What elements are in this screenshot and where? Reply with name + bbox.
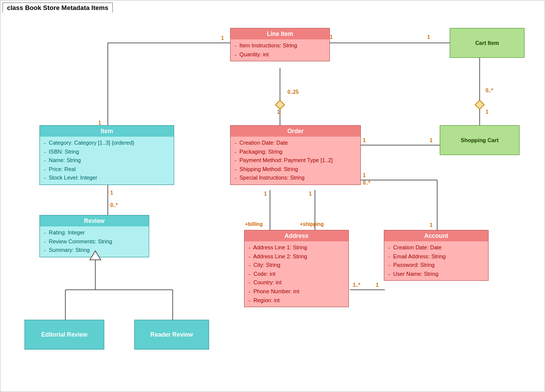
class-item-body: - Category: Category [1..3] {ordered} - … (40, 137, 174, 185)
label-billing: +billing (245, 221, 263, 227)
attr-creation-date: - Creation Date: Date (235, 139, 356, 148)
mult-order-shopping-1: 1 (363, 138, 366, 143)
attr-shipping-method: - Shipping Method: String (235, 165, 356, 174)
inherit-arrow-review (89, 250, 102, 261)
class-line-item-body: - Item Instructions: String - Quantity: … (231, 39, 329, 61)
attr-address-line1: - Address Line 1: String (249, 243, 344, 252)
mult-order-shopping-2: 1 (430, 138, 433, 143)
attr-country: - Country: int (249, 278, 344, 287)
svg-marker-17 (475, 100, 484, 109)
attr-password: - Password: String (388, 261, 484, 270)
attr-region: - Region: int (249, 296, 344, 305)
class-shopping-cart-label: Shopping Cart (461, 137, 499, 143)
class-account-header: Account (384, 230, 488, 241)
attr-rating: - Rating: Integer (44, 228, 145, 237)
mult-order-address-2: 1 (309, 191, 312, 196)
class-editorial-review-header: Editorial Review (25, 320, 104, 349)
mult-cart-shopping-lower: 1 (486, 109, 489, 115)
class-address: Address - Address Line 1: String - Addre… (244, 230, 349, 307)
mult-item-review-upper: 1 (110, 190, 113, 196)
class-item-header: Item (40, 126, 174, 137)
attr-item-instructions: - Item Instructions: String (235, 41, 325, 50)
mult-item-lineitem-lower: 1 (98, 120, 101, 126)
mult-addr-account-1: 1..* (353, 282, 360, 288)
mult-order-account-1: 1 (363, 173, 366, 178)
attr-account-creation-date: - Creation Date: Date (388, 243, 484, 252)
mult-lineitem-order-lower: 0..25 (287, 89, 298, 95)
attr-payment-method: - Payment Method: Payment Type [1..2] (235, 156, 356, 165)
attr-city: - City: String (249, 261, 344, 270)
mult-addr-account-2: 1 (376, 282, 379, 288)
class-line-item: Line Item - Item Instructions: String - … (230, 28, 330, 61)
diagram-container: class Book Store Metadata Items (0, 0, 545, 392)
attr-category: - Category: Category [1..3] {ordered} (44, 139, 170, 148)
mult-order-account-2: 1 (430, 222, 433, 228)
attr-special-instructions: - Special Instructions: String (235, 174, 356, 183)
class-address-body: - Address Line 1: String - Address Line … (245, 241, 348, 307)
label-shipping: +shipping (300, 221, 324, 227)
mult-lineitem-cartitem-1: 1 (330, 34, 333, 40)
attr-address-line2: - Address Line 2: String (249, 252, 344, 261)
class-reader-review-header: Reader Review (135, 320, 209, 349)
attr-price: - Price: Real (44, 165, 170, 174)
class-editorial-review: Editorial Review (24, 320, 104, 350)
mult-cart-shopping-upper: 0..* (486, 88, 493, 93)
attr-code: - Code: int (249, 270, 344, 279)
class-reader-review: Reader Review (134, 320, 209, 350)
svg-marker-18 (90, 251, 101, 260)
class-cart-item-label: Cart Item (475, 40, 499, 46)
attr-isbn: - ISBN: String (44, 148, 170, 157)
mult-item-review-lower: 0..* (110, 202, 118, 208)
attr-quantity: - Quantity: int (235, 50, 325, 59)
mult-lineitem-order-upper: 1 (277, 109, 280, 115)
mult-order-account-right: 0..* (363, 180, 370, 186)
attr-email-address: - Email Address: String (388, 252, 484, 261)
attr-stock-level: - Stock Level: Integer (44, 174, 170, 183)
mult-item-lineitem-upper: 1 (221, 35, 224, 41)
attr-review-comments: - Review Comments: String (44, 237, 145, 246)
class-line-item-header: Line Item (231, 28, 329, 39)
class-item: Item - Category: Category [1..3] {ordere… (39, 125, 174, 185)
mult-lineitem-cartitem-2: 1 (427, 34, 430, 40)
attr-user-name: - User Name: String (388, 270, 484, 279)
class-order-header: Order (231, 126, 360, 137)
diamond-cart-shopping (474, 99, 485, 110)
attr-name: - Name: String (44, 156, 170, 165)
mult-order-address-1: 1 (264, 191, 267, 196)
class-order-body: - Creation Date: Date - Packaging: Strin… (231, 137, 360, 185)
class-order: Order - Creation Date: Date - Packaging:… (230, 125, 361, 185)
diagram-title: class Book Store Metadata Items (2, 2, 113, 12)
class-account-body: - Creation Date: Date - Email Address: S… (384, 241, 488, 280)
attr-packaging: - Packaging: String (235, 148, 356, 157)
attr-phone-number: - Phone Number: int (249, 287, 344, 296)
class-address-header: Address (245, 230, 348, 241)
class-account: Account - Creation Date: Date - Email Ad… (384, 230, 489, 281)
diamond-line-item-order (274, 99, 285, 110)
class-review-header: Review (40, 215, 149, 226)
class-shopping-cart: Shopping Cart (440, 125, 520, 155)
svg-marker-16 (275, 100, 284, 109)
class-cart-item: Cart Item (450, 28, 525, 58)
